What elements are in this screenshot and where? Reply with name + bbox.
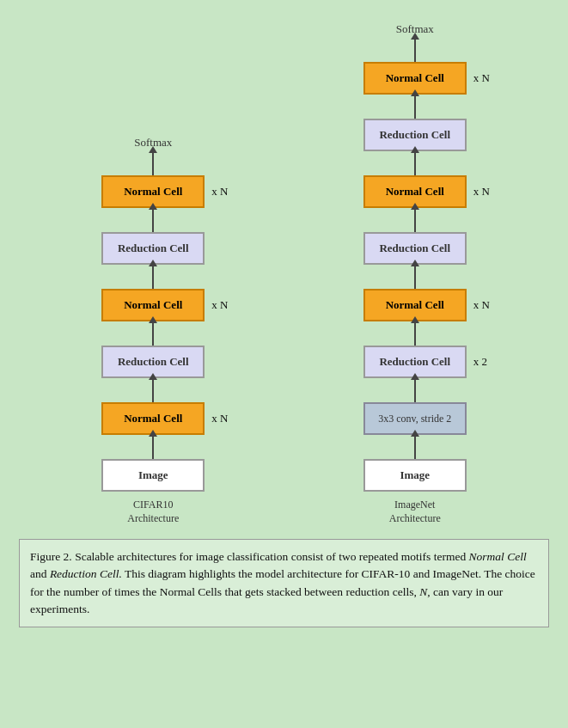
cifar-arrow-4 — [152, 378, 154, 402]
imagenet-arrow-3 — [414, 208, 416, 232]
caption-box: Figure 2. Scalable architectures for ima… — [19, 539, 549, 627]
diagram-area: Softmax Normal Cell x N Reduction Cell N… — [14, 14, 554, 525]
imagenet-arrow-0 — [414, 38, 416, 62]
imagenet-x2: x 2 — [473, 355, 487, 369]
caption-text-2: and — [30, 567, 50, 580]
cifar-arrow-2 — [152, 265, 154, 289]
imagenet-image-row: Image — [363, 459, 467, 492]
caption-italic-reduction: Reduction Cell. — [50, 567, 122, 580]
cifar-column: Softmax Normal Cell x N Reduction Cell N… — [101, 136, 205, 525]
imagenet-arrow-4 — [414, 265, 416, 289]
caption-text-1: Scalable architectures for image classif… — [75, 550, 468, 563]
imagenet-xn-1: x N — [473, 71, 490, 85]
imagenet-column: Softmax Normal Cell x N Reduction Cell N… — [363, 22, 467, 525]
cifar-image-cell: Image — [101, 459, 205, 492]
caption-figure-num: Figure 2. — [30, 550, 72, 563]
imagenet-arrow-2 — [414, 151, 416, 175]
cifar-image-row: Image — [101, 459, 205, 492]
cifar-arrow-3 — [152, 321, 154, 346]
cifar-xn-3: x N — [211, 412, 228, 425]
cifar-arch-label: CIFAR10Architecture — [127, 499, 179, 525]
imagenet-image-cell: Image — [363, 459, 467, 492]
cifar-arrow-1 — [152, 208, 154, 232]
imagenet-xn-3: x N — [473, 298, 490, 312]
imagenet-arch-label: ImageNetArchitecture — [389, 499, 441, 525]
cifar-arrow-0 — [152, 151, 154, 175]
cifar-arrow-5 — [152, 435, 154, 459]
imagenet-arrow-7 — [414, 435, 416, 459]
caption-italic-normal: Normal Cell — [469, 550, 527, 563]
imagenet-arrow-5 — [414, 321, 416, 346]
imagenet-arrow-6 — [414, 378, 416, 402]
imagenet-arrow-1 — [414, 95, 416, 119]
cifar-xn-2: x N — [211, 298, 228, 312]
imagenet-xn-2: x N — [473, 185, 490, 199]
cifar-xn-1: x N — [211, 185, 228, 199]
caption-math-n: N — [419, 585, 427, 598]
